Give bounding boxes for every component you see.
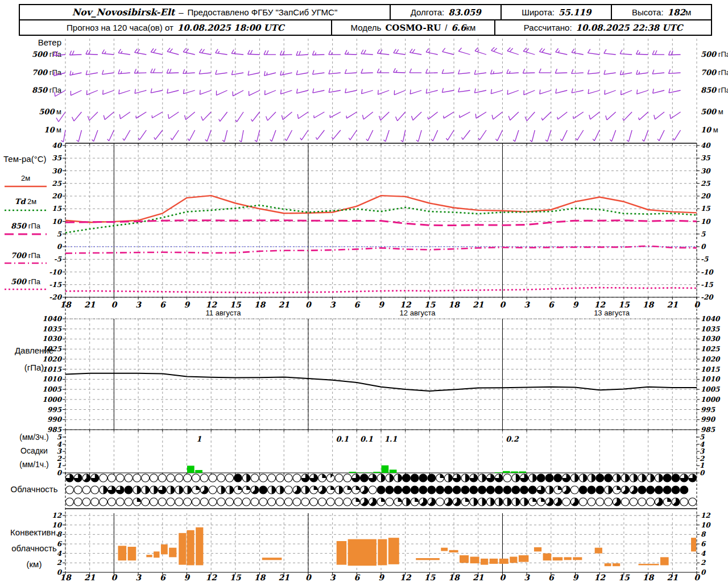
svg-text:18: 18 bbox=[448, 300, 460, 309]
svg-text:6: 6 bbox=[548, 300, 555, 309]
svg-text:4: 4 bbox=[701, 550, 706, 558]
svg-text:10 м: 10 м bbox=[44, 126, 61, 134]
svg-text:18: 18 bbox=[60, 573, 72, 582]
svg-text:15: 15 bbox=[424, 300, 436, 309]
svg-text:Облачность: Облачность bbox=[11, 484, 58, 494]
temperature-legend: Тем-ра(°C)2мTd 2м850 гПа700 гПа500 гПа bbox=[3, 154, 47, 289]
convective-bar bbox=[196, 527, 203, 566]
svg-text:0: 0 bbox=[694, 300, 700, 309]
svg-text:18: 18 bbox=[254, 573, 266, 582]
svg-text:Td 2м: Td 2м bbox=[15, 197, 37, 206]
meteogram-chart: Ветер500 гПа500 гПа700 гПа700 гПа850 гПа… bbox=[0, 0, 728, 582]
svg-text:Конвективн.: Конвективн. bbox=[10, 527, 58, 537]
svg-text:500 гПа: 500 гПа bbox=[701, 50, 728, 59]
convective-bar bbox=[510, 557, 517, 563]
svg-text:5: 5 bbox=[700, 433, 705, 441]
svg-text:облачность: облачность bbox=[11, 543, 57, 553]
svg-text:500 гПа: 500 гПа bbox=[11, 277, 41, 286]
svg-text:6: 6 bbox=[354, 300, 360, 309]
svg-text:15: 15 bbox=[52, 205, 61, 213]
svg-text:3: 3 bbox=[135, 300, 142, 309]
convective-bar bbox=[187, 530, 194, 566]
svg-text:15: 15 bbox=[230, 300, 242, 309]
svg-text:21: 21 bbox=[84, 300, 96, 309]
precip-bar bbox=[495, 472, 502, 473]
svg-text:0: 0 bbox=[57, 469, 63, 477]
svg-text:21: 21 bbox=[278, 300, 289, 309]
svg-text:1: 1 bbox=[700, 462, 704, 469]
convective-bar bbox=[262, 558, 282, 560]
svg-text:0.2: 0.2 bbox=[506, 435, 519, 443]
svg-text:0: 0 bbox=[694, 573, 700, 582]
svg-text:0: 0 bbox=[701, 568, 706, 576]
precip-bar bbox=[357, 472, 365, 473]
svg-text:20: 20 bbox=[52, 192, 62, 200]
convective-bar bbox=[179, 533, 186, 565]
svg-text:40: 40 bbox=[701, 142, 711, 149]
svg-text:(мм/3ч.): (мм/3ч.) bbox=[19, 433, 48, 442]
svg-text:18: 18 bbox=[254, 300, 266, 309]
precip-bar bbox=[195, 470, 202, 473]
svg-text:21: 21 bbox=[667, 300, 679, 309]
svg-text:1: 1 bbox=[196, 435, 201, 443]
svg-text:12: 12 bbox=[594, 573, 606, 582]
svg-text:8: 8 bbox=[701, 530, 706, 538]
svg-text:0: 0 bbox=[111, 573, 118, 582]
convective-bar bbox=[470, 557, 479, 564]
convective-bar bbox=[416, 558, 440, 560]
svg-text:18: 18 bbox=[448, 573, 460, 582]
svg-text:12: 12 bbox=[205, 300, 217, 309]
svg-text:1030: 1030 bbox=[43, 335, 63, 343]
svg-text:21: 21 bbox=[84, 573, 96, 582]
convective-bar bbox=[128, 547, 136, 560]
svg-text:-10: -10 bbox=[701, 268, 714, 276]
convective-bar bbox=[460, 555, 469, 563]
svg-text:850 гПа: 850 гПа bbox=[11, 222, 41, 230]
svg-text:2: 2 bbox=[700, 455, 705, 463]
precip-bar bbox=[365, 472, 373, 473]
svg-text:6: 6 bbox=[57, 540, 63, 548]
svg-text:5: 5 bbox=[57, 433, 62, 441]
convective-panel: 002244668810101212Конвективн.облачность(… bbox=[10, 512, 711, 576]
svg-text:1010: 1010 bbox=[701, 375, 721, 383]
svg-text:30: 30 bbox=[701, 167, 711, 175]
svg-text:5: 5 bbox=[701, 230, 706, 238]
svg-text:850 гПа: 850 гПа bbox=[701, 86, 728, 94]
svg-text:5: 5 bbox=[57, 230, 62, 238]
svg-text:12: 12 bbox=[400, 300, 412, 309]
svg-text:3: 3 bbox=[135, 573, 142, 582]
svg-text:1035: 1035 bbox=[43, 325, 62, 333]
svg-text:Тем-ра(°C): Тем-ра(°C) bbox=[3, 154, 46, 164]
svg-text:1010: 1010 bbox=[43, 375, 63, 383]
svg-text:1005: 1005 bbox=[701, 385, 720, 393]
precip-bar bbox=[519, 471, 526, 473]
svg-text:-20: -20 bbox=[701, 293, 714, 301]
precip-bar bbox=[503, 471, 510, 473]
svg-text:(гПа): (гПа) bbox=[24, 363, 44, 372]
convective-bar bbox=[573, 557, 582, 560]
svg-text:Осадки: Осадки bbox=[20, 446, 48, 455]
svg-text:990: 990 bbox=[701, 415, 716, 423]
svg-text:700 гПа: 700 гПа bbox=[701, 68, 728, 77]
svg-text:-5: -5 bbox=[701, 255, 709, 263]
svg-text:2: 2 bbox=[701, 559, 706, 567]
svg-text:1020: 1020 bbox=[43, 355, 63, 363]
svg-text:Давление: Давление bbox=[15, 346, 53, 355]
svg-text:4: 4 bbox=[57, 440, 62, 448]
svg-text:2м: 2м bbox=[21, 174, 30, 182]
svg-text:12: 12 bbox=[594, 300, 606, 309]
svg-text:2: 2 bbox=[57, 455, 63, 463]
svg-text:990: 990 bbox=[47, 415, 63, 423]
svg-text:4: 4 bbox=[57, 550, 62, 558]
convective-bar bbox=[490, 559, 498, 564]
svg-text:4: 4 bbox=[700, 440, 705, 448]
svg-text:3: 3 bbox=[524, 300, 530, 309]
svg-text:0: 0 bbox=[701, 243, 706, 251]
convective-bar bbox=[595, 548, 602, 554]
svg-text:1015: 1015 bbox=[43, 365, 62, 373]
precip-bar bbox=[382, 465, 389, 473]
svg-text:21: 21 bbox=[473, 300, 484, 309]
svg-text:9: 9 bbox=[184, 300, 191, 309]
svg-text:9: 9 bbox=[378, 573, 384, 582]
svg-text:6: 6 bbox=[160, 573, 166, 582]
